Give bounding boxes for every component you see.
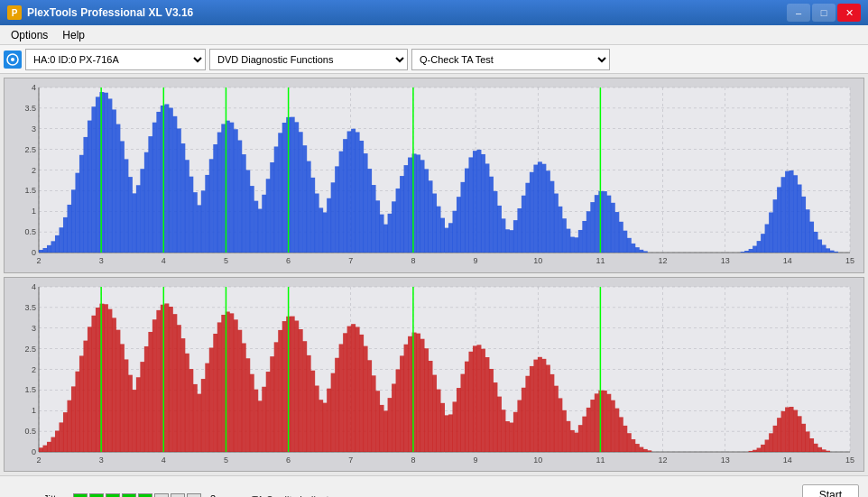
start-button[interactable]: Start	[802, 484, 859, 498]
ta-quality-section: TA Quality Indicator: Good	[252, 494, 340, 498]
progress-segment	[122, 493, 136, 498]
toolbar: HA:0 ID:0 PX-716A DVD Diagnostic Functio…	[0, 45, 868, 74]
app-title: PlexTools Professional XL V3.16	[27, 6, 193, 19]
jitter-progress	[73, 493, 201, 498]
progress-segment	[187, 493, 201, 498]
progress-segment	[154, 493, 169, 498]
top-chart-panel	[4, 78, 864, 273]
jitter-value: 3	[210, 493, 216, 498]
progress-segment	[171, 493, 185, 498]
main-content	[0, 74, 868, 475]
progress-segment	[89, 493, 104, 498]
controls-left: Jitter: 3 Peak Shift: 3	[9, 493, 216, 498]
close-button[interactable]: ✕	[837, 4, 861, 22]
minimize-button[interactable]: –	[787, 4, 810, 22]
test-selector[interactable]: Q-Check TA Test	[411, 49, 610, 70]
controls-panel: Jitter: 3 Peak Shift: 3 TA Quality Indic…	[0, 475, 868, 497]
drive-selector[interactable]: HA:0 ID:0 PX-716A	[25, 49, 206, 70]
app-icon: P	[7, 5, 22, 20]
jitter-label: Jitter:	[9, 493, 68, 498]
menu-bar: Options Help	[0, 25, 868, 45]
menu-options[interactable]: Options	[4, 27, 55, 43]
title-bar: P PlexTools Professional XL V3.16 – □ ✕	[0, 0, 868, 25]
top-chart	[5, 78, 863, 272]
bottom-chart-panel	[4, 277, 864, 473]
progress-segment	[73, 493, 88, 498]
svg-point-1	[11, 58, 14, 61]
jitter-row: Jitter: 3	[9, 493, 216, 498]
progress-segment	[138, 493, 152, 498]
menu-help[interactable]: Help	[55, 27, 92, 43]
bottom-chart	[5, 278, 863, 472]
progress-segment	[106, 493, 120, 498]
ta-quality-label: TA Quality Indicator:	[252, 494, 340, 498]
maximize-button[interactable]: □	[812, 4, 836, 22]
function-selector[interactable]: DVD Diagnostic Functions	[209, 49, 408, 70]
drive-icon	[4, 51, 22, 69]
